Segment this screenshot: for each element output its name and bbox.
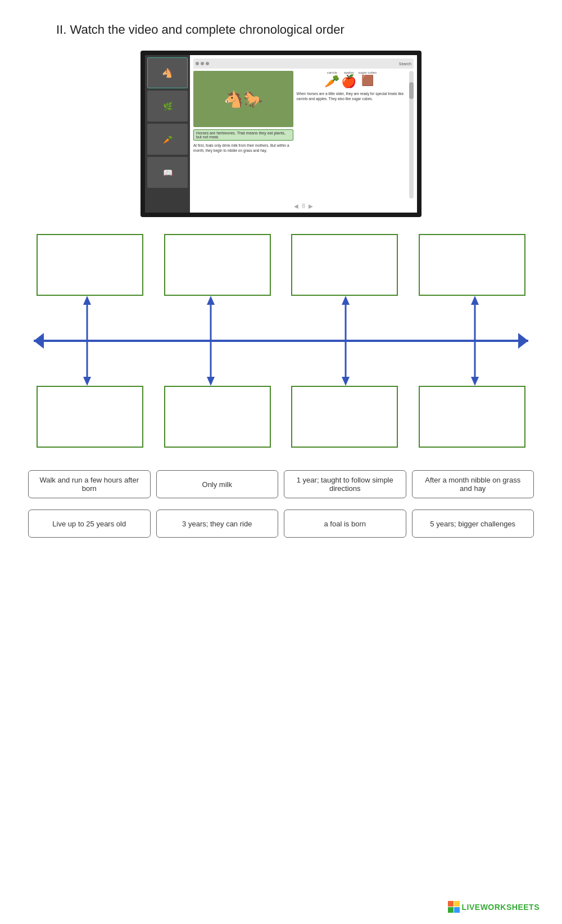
svg-marker-8 — [342, 296, 350, 305]
svg-marker-16 — [342, 377, 350, 386]
svg-marker-14 — [207, 377, 215, 386]
timeline-section — [28, 234, 534, 448]
chip-1-3[interactable]: 1 year; taught to follow simple directio… — [284, 470, 406, 498]
bottom-boxes-row — [34, 386, 528, 448]
bottom-box-4[interactable] — [419, 386, 525, 448]
svg-marker-4 — [83, 296, 91, 305]
video-thumb-3[interactable]: 🥕 — [147, 124, 188, 155]
chip-2-3[interactable]: a foal is born — [284, 510, 406, 538]
video-inner: 🐴 🌿 🥕 📖 Search — [145, 55, 417, 213]
horse-image: 🐴🐎 — [193, 71, 293, 127]
toolbar-dot — [201, 62, 204, 65]
footer-brand-text: LIVEWORKSHEETS — [462, 903, 540, 912]
top-boxes-row — [34, 234, 528, 296]
toolbar-dot — [206, 62, 209, 65]
svg-marker-2 — [518, 333, 528, 349]
chip-2-1[interactable]: Live up to 25 years old — [28, 510, 151, 538]
food-sugar: sugar cubes 🟫 — [358, 71, 377, 89]
bottom-box-2[interactable] — [164, 386, 271, 448]
logo-squares — [448, 901, 460, 913]
svg-marker-1 — [34, 333, 44, 349]
logo-sq-3 — [448, 907, 454, 913]
arrows-section — [34, 296, 528, 386]
video-caption: Horses are herbivores. That means they e… — [193, 129, 293, 141]
video-left-text: At first, foals only drink milk from the… — [193, 143, 293, 153]
page-indicator: 8 — [302, 203, 305, 209]
video-thumb-1[interactable]: 🐴 — [147, 57, 188, 88]
video-thumb-2[interactable]: 🌿 — [147, 91, 188, 121]
scroll-bar[interactable] — [409, 71, 414, 199]
chip-1-2[interactable]: Only milk — [156, 470, 279, 498]
video-container: 🐴 🌿 🥕 📖 Search — [140, 51, 422, 217]
food-apples: apples 🍎 — [341, 71, 356, 89]
footer-logo: LIVEWORKSHEETS — [448, 901, 540, 913]
bottom-box-1[interactable] — [37, 386, 143, 448]
top-box-1[interactable] — [37, 234, 143, 296]
chip-1-1[interactable]: Walk and run a few hours after born — [28, 470, 151, 498]
chips-section: Walk and run a few hours after born Only… — [22, 470, 540, 538]
prev-arrow[interactable]: ◀ — [294, 203, 298, 209]
top-box-3[interactable] — [291, 234, 398, 296]
chip-1-4[interactable]: After a month nibble on grass and hay — [412, 470, 534, 498]
slide-nav: ◀ 8 ▶ — [193, 203, 414, 209]
toolbar-label: Search — [399, 62, 411, 66]
video-thumb-4[interactable]: 📖 — [147, 157, 188, 188]
video-sidebar: 🐴 🌿 🥕 📖 — [145, 55, 190, 213]
video-toolbar: Search — [193, 58, 414, 69]
chip-2-2[interactable]: 3 years; they can ride — [156, 510, 279, 538]
svg-marker-6 — [207, 296, 215, 305]
chips-row-2: Live up to 25 years old 3 years; they ca… — [28, 510, 534, 538]
top-box-4[interactable] — [419, 234, 525, 296]
food-items: carrots 🥕 apples 🍎 sugar cubes 🟫 — [297, 71, 405, 89]
chip-2-4[interactable]: 5 years; bigger challenges — [412, 510, 534, 538]
timeline-svg — [34, 296, 528, 386]
top-box-2[interactable] — [164, 234, 271, 296]
video-content: 🐴🐎 Horses are herbivores. That means the… — [193, 71, 414, 199]
footer: LIVEWORKSHEETS — [448, 901, 540, 913]
scroll-handle[interactable] — [409, 82, 414, 99]
logo-sq-1 — [448, 901, 454, 907]
svg-marker-10 — [471, 296, 479, 305]
page-title: II. Watch the video and complete chronol… — [56, 22, 540, 37]
svg-marker-18 — [471, 377, 479, 386]
video-left-panel: 🐴🐎 Horses are herbivores. That means the… — [193, 71, 293, 199]
video-right-text: When horses are a little older, they are… — [297, 91, 405, 101]
sugar-emoji: 🟫 — [361, 75, 374, 86]
food-carrots: carrots 🥕 — [324, 71, 339, 89]
svg-marker-12 — [83, 377, 91, 386]
toolbar-dot — [196, 62, 199, 65]
apple-emoji: 🍎 — [341, 74, 356, 88]
bottom-box-3[interactable] — [291, 386, 398, 448]
video-right-panel: carrots 🥕 apples 🍎 sugar cubes 🟫 When ho… — [297, 71, 405, 199]
sugar-label: sugar cubes — [358, 71, 377, 74]
horse-emoji: 🐴🐎 — [224, 90, 263, 109]
video-main-content: Search 🐴🐎 Horses are herbivores. That me… — [190, 55, 417, 213]
logo-sq-4 — [454, 907, 460, 913]
carrot-emoji: 🥕 — [324, 74, 339, 88]
chips-row-1: Walk and run a few hours after born Only… — [28, 470, 534, 498]
logo-sq-2 — [454, 901, 460, 907]
next-arrow[interactable]: ▶ — [309, 203, 313, 209]
